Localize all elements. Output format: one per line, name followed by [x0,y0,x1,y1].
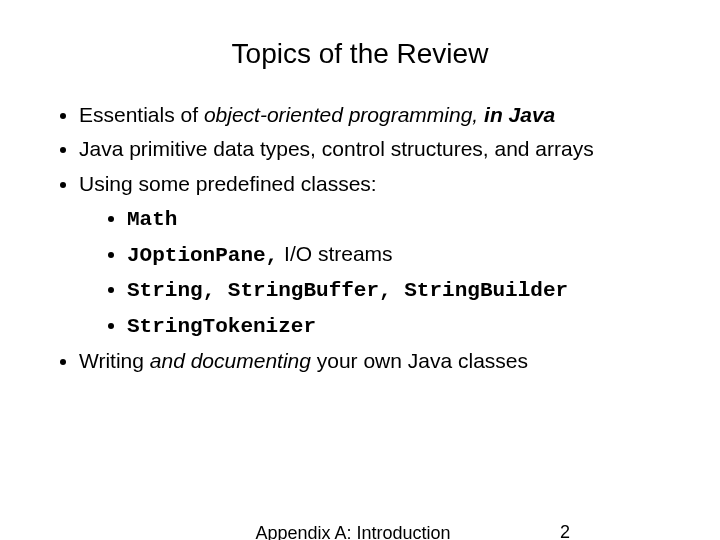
code-text: String [127,279,203,302]
page-number: 2 [560,522,570,540]
text-bold-italic: in Java [484,103,555,126]
text-plain: I/O streams [278,242,392,265]
text-italic: object-oriented programming, [204,103,484,126]
list-item: StringTokenizer [127,310,680,342]
code-text: StringBuffer, StringBuilder [228,279,568,302]
list-item: Java primitive data types, control struc… [79,134,680,164]
text-plain: Writing [79,349,150,372]
slide-body: Essentials of object-oriented programmin… [0,100,720,377]
code-text: , [203,279,228,302]
slide-title: Topics of the Review [0,0,720,100]
text-plain: your own Java classes [311,349,528,372]
slide: Topics of the Review Essentials of objec… [0,0,720,540]
footer-text: Appendix A: Introduction to Java [248,522,458,540]
list-item: Math [127,203,680,235]
list-item: String, StringBuffer, StringBuilder [127,274,680,306]
code-text: Math [127,208,177,231]
code-text: StringTokenizer [127,315,316,338]
list-item: Using some predefined classes: Math JOpt… [79,169,680,342]
code-text: JOptionPane, [127,244,278,267]
list-item: Essentials of object-oriented programmin… [79,100,680,130]
bullet-list: Essentials of object-oriented programmin… [55,100,680,377]
text-italic: and documenting [150,349,311,372]
text-plain: Essentials of [79,103,204,126]
list-item: Writing and documenting your own Java cl… [79,346,680,376]
list-item: JOptionPane, I/O streams [127,239,680,271]
sub-list: Math JOptionPane, I/O streams String, St… [79,203,680,342]
text-plain: Using some predefined classes: [79,172,377,195]
